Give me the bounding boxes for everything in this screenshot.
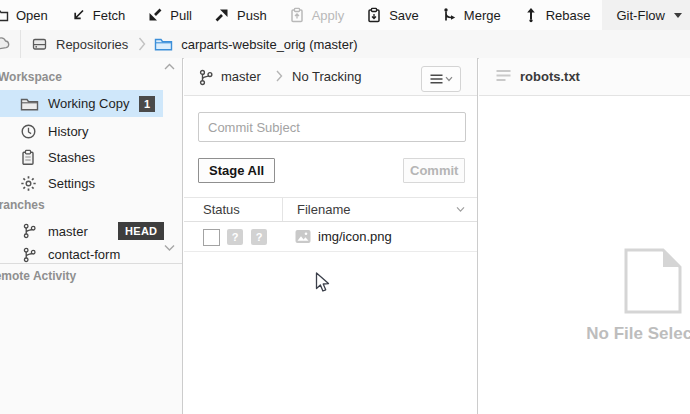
stage-checkbox[interactable] [203, 229, 220, 246]
sidebar-item-label: Stashes [48, 150, 95, 165]
clipboard-save-icon [366, 7, 382, 23]
branch-icon [22, 223, 37, 239]
toolbar-item-label: Pull [170, 8, 192, 23]
image-file-icon [295, 229, 311, 244]
app-window: Open Fetch Pull Push Apply [0, 0, 690, 414]
toolbar-item-label: Push [237, 8, 267, 23]
file-preview-header[interactable]: robots.txt [479, 58, 690, 96]
blue-folder-icon [154, 36, 173, 52]
toolbar-item-fetch[interactable]: Fetch [59, 0, 137, 30]
sidebar-item-label: Working Copy [48, 96, 129, 111]
sidebar-item-history[interactable]: History [0, 118, 163, 144]
toolbar-item-label: Apply [312, 8, 345, 23]
count-badge: 1 [139, 96, 155, 112]
toolbar-item-git-flow[interactable]: Git-Flow [602, 0, 690, 30]
status-badge-untracked: ? [251, 229, 267, 245]
toolbar-item-label: Git-Flow [617, 8, 665, 23]
cloud-icon[interactable] [0, 36, 12, 52]
branch-icon [198, 69, 214, 86]
sidebar-item-label: contact-form [48, 247, 120, 262]
chevron-right-icon [276, 70, 283, 82]
sidebar-item-stashes[interactable]: Stashes [0, 144, 163, 170]
commit-pane-header: master No Tracking [184, 58, 477, 96]
sidebar-item-branch-master[interactable]: master HEAD [0, 218, 163, 244]
pull-arrow-icon [147, 7, 163, 23]
chevron-right-icon [138, 37, 146, 51]
tracking-status-label[interactable]: No Tracking [292, 69, 361, 84]
view-options-button[interactable] [421, 66, 461, 92]
clipboard-apply-icon [289, 7, 305, 23]
sidebar-item-label: master [48, 224, 88, 239]
commit-pane: master No Tracking Stage All Commit Stat… [184, 58, 478, 414]
current-branch-label[interactable]: master [221, 69, 261, 84]
branch-icon [22, 247, 37, 263]
commit-subject-input[interactable] [198, 112, 466, 142]
head-badge: HEAD [118, 222, 164, 240]
toolbar-item-label: Merge [464, 8, 501, 23]
caret-down-icon [674, 13, 682, 18]
file-preview-title: robots.txt [520, 69, 580, 84]
sidebar-section-branches: Branches [0, 198, 45, 212]
sidebar-item-working-copy[interactable]: Working Copy 1 [0, 90, 163, 117]
sidebar-item-label: Settings [48, 176, 95, 191]
toolbar-item-label: Rebase [546, 8, 591, 23]
sidebar-item-label: History [48, 124, 88, 139]
tabbar-separator [20, 30, 21, 58]
file-table-header[interactable]: Status Filename [184, 197, 477, 222]
toolbar-item-label: Open [16, 8, 48, 23]
scroll-down-icon[interactable] [164, 244, 175, 252]
scroll-up-icon[interactable] [164, 63, 175, 71]
sidebar-item-branch-contact-form[interactable]: contact-form [0, 245, 163, 264]
column-header-filename[interactable]: Filename [297, 202, 350, 217]
rebase-arrow-icon [523, 7, 539, 23]
breadcrumb-repositories[interactable]: Repositories [31, 36, 128, 52]
toolbar-item-save[interactable]: Save [355, 0, 430, 30]
sidebar-section-workspace: Workspace [0, 70, 62, 84]
repo-tab-label: carparts-website_orig (master) [181, 37, 357, 52]
status-badge-untracked: ? [227, 229, 243, 245]
folder-icon [20, 96, 39, 112]
sidebar-section-remote-activity: Remote Activity [0, 269, 76, 283]
toolbar-item-rebase[interactable]: Rebase [512, 0, 602, 30]
fetch-arrow-icon [70, 7, 86, 23]
repo-tab-bar: Repositories carparts-website_orig (mast… [0, 30, 690, 59]
gear-icon [20, 175, 37, 192]
toolbar-item-label: Save [389, 8, 419, 23]
text-file-icon [496, 69, 512, 83]
repositories-drive-icon [31, 36, 48, 52]
file-row-filename: img/icon.png [318, 229, 392, 244]
folder-open-icon [0, 7, 9, 23]
merge-branch-icon [441, 7, 457, 23]
clock-icon [20, 123, 37, 140]
file-outline-icon [624, 248, 682, 314]
main-toolbar: Open Fetch Pull Push Apply [0, 0, 690, 31]
sidebar: Workspace Working Copy 1 History Stashes [0, 58, 183, 414]
toolbar-item-label: Fetch [93, 8, 126, 23]
clipboard-icon [20, 149, 36, 166]
toolbar-item-push[interactable]: Push [203, 0, 278, 30]
file-row[interactable]: ? ? img/icon.png [184, 222, 477, 252]
hamburger-menu-icon [430, 74, 443, 84]
breadcrumb-label: Repositories [56, 37, 128, 52]
column-options-chevron-icon[interactable] [456, 206, 465, 213]
toolbar-item-pull[interactable]: Pull [136, 0, 203, 30]
toolbar-item-merge[interactable]: Merge [430, 0, 512, 30]
commit-button[interactable]: Commit [403, 158, 465, 183]
toolbar-item-open[interactable]: Open [0, 0, 59, 30]
empty-state-label: No File Selected [479, 324, 690, 344]
toolbar-item-apply[interactable]: Apply [278, 0, 356, 30]
repo-tab[interactable]: carparts-website_orig (master) [154, 36, 357, 52]
sidebar-divider [0, 263, 182, 264]
stage-all-button[interactable]: Stage All [198, 158, 275, 183]
sidebar-item-settings[interactable]: Settings [0, 170, 163, 196]
chevron-down-icon [445, 76, 453, 82]
file-preview-pane: robots.txt No File Selected [479, 58, 690, 414]
column-divider[interactable] [282, 198, 283, 221]
push-arrow-icon [214, 7, 230, 23]
column-header-status[interactable]: Status [203, 202, 240, 217]
